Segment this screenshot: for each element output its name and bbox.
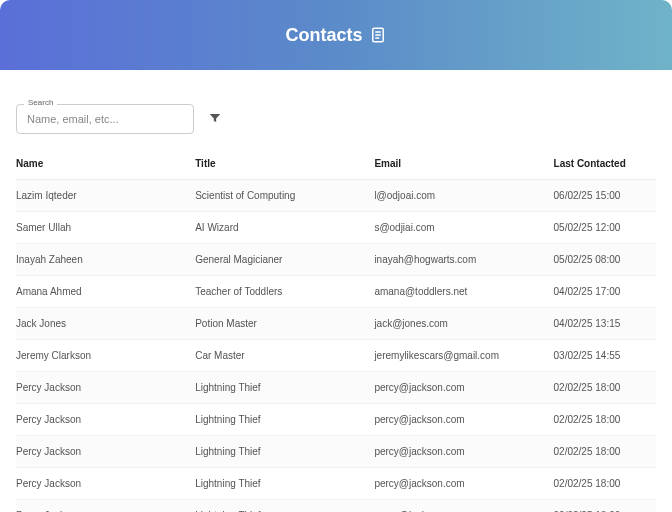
cell-last_contacted: 05/02/25 08:00 (554, 244, 656, 276)
col-header-last-contacted[interactable]: Last Contacted (554, 148, 656, 180)
cell-email: inayah@hogwarts.com (374, 244, 553, 276)
cell-title: Potion Master (195, 308, 374, 340)
cell-title: Lightning Thief (195, 404, 374, 436)
page-body: Search Name Title Email Last Contacted (0, 70, 672, 512)
col-header-title[interactable]: Title (195, 148, 374, 180)
cell-email: percy@jackson.com (374, 500, 553, 513)
table-row[interactable]: Percy JacksonLightning Thiefpercy@jackso… (16, 404, 656, 436)
cell-email: amana@toddlers.net (374, 276, 553, 308)
cell-title: Scientist of Computing (195, 180, 374, 212)
table-row[interactable]: Percy JacksonLightning Thiefpercy@jackso… (16, 436, 656, 468)
search-input[interactable] (16, 104, 194, 134)
table-header: Name Title Email Last Contacted (16, 148, 656, 180)
page-header: Contacts (0, 0, 672, 70)
cell-last_contacted: 02/02/25 18:00 (554, 404, 656, 436)
search-field-wrap: Search (16, 104, 194, 134)
filter-icon (208, 111, 222, 128)
cell-name: Lazim Iqteder (16, 180, 195, 212)
cell-last_contacted: 06/02/25 15:00 (554, 180, 656, 212)
cell-name: Percy Jackson (16, 436, 195, 468)
cell-email: l@odjoai.com (374, 180, 553, 212)
contacts-table: Name Title Email Last Contacted Lazim Iq… (16, 148, 656, 512)
cell-email: percy@jackson.com (374, 436, 553, 468)
cell-name: Jeremy Clarkson (16, 340, 195, 372)
cell-title: Lightning Thief (195, 468, 374, 500)
col-header-name[interactable]: Name (16, 148, 195, 180)
cell-name: Percy Jackson (16, 404, 195, 436)
table-row[interactable]: Percy JacksonLightning Thiefpercy@jackso… (16, 372, 656, 404)
cell-last_contacted: 04/02/25 17:00 (554, 276, 656, 308)
cell-title: General Magicianer (195, 244, 374, 276)
cell-title: Car Master (195, 340, 374, 372)
cell-name: Jack Jones (16, 308, 195, 340)
cell-title: Lightning Thief (195, 500, 374, 513)
cell-last_contacted: 02/02/25 18:00 (554, 372, 656, 404)
cell-last_contacted: 02/02/25 18:00 (554, 436, 656, 468)
cell-title: Lightning Thief (195, 436, 374, 468)
table-row[interactable]: Amana AhmedTeacher of Toddlersamana@todd… (16, 276, 656, 308)
cell-name: Inayah Zaheen (16, 244, 195, 276)
cell-email: percy@jackson.com (374, 468, 553, 500)
table-row[interactable]: Percy JacksonLightning Thiefpercy@jackso… (16, 468, 656, 500)
table-row[interactable]: Jack JonesPotion Masterjack@jones.com04/… (16, 308, 656, 340)
cell-email: jack@jones.com (374, 308, 553, 340)
table-row[interactable]: Samer UllahAI Wizards@odjiai.com05/02/25… (16, 212, 656, 244)
app-root: Contacts Search (0, 0, 672, 512)
cell-email: percy@jackson.com (374, 404, 553, 436)
cell-title: AI Wizard (195, 212, 374, 244)
cell-name: Percy Jackson (16, 500, 195, 513)
cell-email: jeremylikescars@gmail.com (374, 340, 553, 372)
table-row[interactable]: Percy JacksonLightning Thiefpercy@jackso… (16, 500, 656, 513)
cell-email: s@odjiai.com (374, 212, 553, 244)
table-body: Lazim IqtederScientist of Computingl@odj… (16, 180, 656, 513)
cell-last_contacted: 04/02/25 13:15 (554, 308, 656, 340)
cell-last_contacted: 05/02/25 12:00 (554, 212, 656, 244)
cell-email: percy@jackson.com (374, 372, 553, 404)
search-label: Search (24, 98, 57, 107)
search-row: Search (16, 70, 656, 148)
page-title: Contacts (285, 25, 362, 46)
table-row[interactable]: Lazim IqtederScientist of Computingl@odj… (16, 180, 656, 212)
cell-last_contacted: 02/02/25 18:00 (554, 500, 656, 513)
filter-button[interactable] (204, 108, 226, 130)
contacts-icon (369, 26, 387, 44)
table-row[interactable]: Inayah ZaheenGeneral Magicianerinayah@ho… (16, 244, 656, 276)
col-header-email[interactable]: Email (374, 148, 553, 180)
cell-title: Teacher of Toddlers (195, 276, 374, 308)
cell-name: Samer Ullah (16, 212, 195, 244)
cell-last_contacted: 03/02/25 14:55 (554, 340, 656, 372)
cell-title: Lightning Thief (195, 372, 374, 404)
cell-name: Amana Ahmed (16, 276, 195, 308)
table-row[interactable]: Jeremy ClarksonCar Masterjeremylikescars… (16, 340, 656, 372)
cell-last_contacted: 02/02/25 18:00 (554, 468, 656, 500)
cell-name: Percy Jackson (16, 468, 195, 500)
cell-name: Percy Jackson (16, 372, 195, 404)
